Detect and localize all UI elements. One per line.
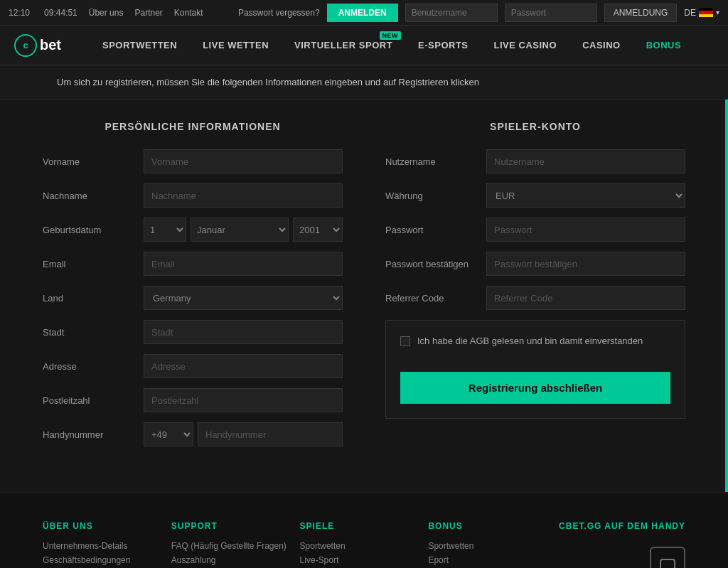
phone-row: Handynummer +49 <box>43 422 343 446</box>
form-wrapper: PERSÖNLICHE INFORMATIONEN Vorname Nachna… <box>0 100 728 492</box>
main-nav: SPORTWETTEN LIVE WETTEN VIRTUELLER SPORT… <box>90 26 714 65</box>
agb-text: Ich habe die AGB gelesen und bin damit e… <box>417 335 643 348</box>
land-label: Land <box>43 293 135 304</box>
vorname-row: Vorname <box>43 149 343 173</box>
nav-sportwetten[interactable]: SPORTWETTEN <box>90 26 190 65</box>
footer-col-bonus-title: BONUS <box>428 521 557 531</box>
mobile-phone-icon <box>650 547 685 568</box>
nachname-input[interactable] <box>144 183 343 208</box>
nav-esports[interactable]: E-SPORTS <box>405 26 481 65</box>
land-select[interactable]: GermanyAustriaSwitzerland <box>144 286 343 310</box>
top-bar: 12:10 09:44:51 Über uns Partner Kontakt … <box>0 0 728 26</box>
footer-link-faq[interactable]: FAQ (Häufig Gestellte Fragen) <box>171 541 300 551</box>
svg-rect-0 <box>660 559 675 568</box>
birthdate-year-select[interactable]: 2001200019991998 <box>293 218 343 242</box>
vorname-label: Vorname <box>43 156 135 167</box>
referrer-input[interactable] <box>486 286 685 310</box>
anmeldung-button[interactable]: ANMELDUNG <box>604 4 678 22</box>
main-content: Um sich zu registrieren, müssen Sie die … <box>0 65 728 492</box>
footer-col-uber-uns-title: ÜBER UNS <box>43 521 171 531</box>
personal-section-title: PERSÖNLICHE INFORMATIONEN <box>43 121 343 132</box>
personal-section: PERSÖNLICHE INFORMATIONEN Vorname Nachna… <box>43 121 343 456</box>
waehrung-row: Währung EURUSDGBP <box>385 183 685 208</box>
nav-live-casino[interactable]: LIVE CASINO <box>481 26 570 65</box>
footer-col-support: SUPPORT FAQ (Häufig Gestellte Fragen) Au… <box>171 521 300 568</box>
username-input[interactable] <box>405 4 498 22</box>
passwort-label: Passwort <box>385 225 478 235</box>
passwort-input[interactable] <box>486 218 685 242</box>
lang-label: DE <box>684 8 696 18</box>
nav-live-wetten[interactable]: LIVE WETTEN <box>190 26 282 65</box>
passwort-confirm-label: Passwort bestätigen <box>385 259 478 269</box>
form-sections: PERSÖNLICHE INFORMATIONEN Vorname Nachna… <box>43 121 685 456</box>
nav-bonus[interactable]: BONUS <box>633 26 694 65</box>
adresse-label: Adresse <box>43 361 135 372</box>
register-button[interactable]: Registrierung abschließen <box>400 372 670 404</box>
nav-uber-uns[interactable]: Über uns <box>89 8 124 18</box>
footer-link-geschaeft[interactable]: Geschäftsbedingungen <box>43 555 171 565</box>
account-section: SPIELER-KONTO Nutzername Währung EURUSDG… <box>385 121 685 456</box>
email-label: Email <box>43 259 135 269</box>
nav-partner[interactable]: Partner <box>134 8 162 18</box>
waehrung-select[interactable]: EURUSDGBP <box>486 183 685 208</box>
adresse-row: Adresse <box>43 354 343 378</box>
time-display: 12:10 <box>9 8 30 18</box>
nav-casino[interactable]: CASINO <box>569 26 633 65</box>
birthdate-day-select[interactable]: 1 <box>144 218 186 242</box>
logo-icon: c <box>14 34 37 57</box>
logo-letter: c <box>23 40 28 50</box>
nutzername-input[interactable] <box>486 149 685 173</box>
birthdate-row: Geburtsdatum 1 JanuarFebruarMärzApril Ma… <box>43 218 343 242</box>
nav-kontakt[interactable]: Kontakt <box>174 8 203 18</box>
adresse-input[interactable] <box>144 354 343 378</box>
language-selector[interactable]: DE ▾ <box>684 8 719 18</box>
clock-display: 09:44:51 <box>44 8 77 18</box>
password-input[interactable] <box>505 4 597 22</box>
nav-virtueller-sport[interactable]: VIRTUELLER SPORT NEW <box>282 26 405 65</box>
birthdate-month-select[interactable]: JanuarFebruarMärzApril MaiJuniJuliAugust… <box>191 218 289 242</box>
nav-bar: c bet SPORTWETTEN LIVE WETTEN VIRTUELLER… <box>0 26 728 65</box>
stadt-input[interactable] <box>144 320 343 344</box>
referrer-label: Referrer Code <box>385 293 478 304</box>
waehrung-label: Währung <box>385 191 478 201</box>
nutzername-row: Nutzername <box>385 149 685 173</box>
footer-link-unternehmens[interactable]: Unternehmens-Details <box>43 541 171 551</box>
footer-link-eport-b[interactable]: Eport <box>428 555 557 565</box>
postleitzahl-input[interactable] <box>144 388 343 412</box>
land-row: Land GermanyAustriaSwitzerland <box>43 286 343 310</box>
email-input[interactable] <box>144 252 343 276</box>
phone-label: Handynummer <box>43 429 135 440</box>
phone-input[interactable] <box>198 422 343 446</box>
vorname-input[interactable] <box>144 149 343 173</box>
footer-col-support-title: SUPPORT <box>171 521 300 531</box>
stadt-label: Stadt <box>43 327 135 338</box>
agb-checkbox[interactable] <box>400 336 410 346</box>
footer-link-sportwetten-s[interactable]: Sportwetten <box>300 541 429 551</box>
footer-top: ÜBER UNS Unternehmens-Details Geschäftsb… <box>43 521 685 568</box>
top-bar-right: Passwort vergessen? ANMELDEN ANMELDUNG D… <box>238 4 719 22</box>
passwort-row: Passwort <box>385 218 685 242</box>
footer-link-auszahlung[interactable]: Auszahlung <box>171 555 300 565</box>
top-bar-left: 12:10 09:44:51 Über uns Partner Kontakt <box>9 8 203 18</box>
agb-box: Ich habe die AGB gelesen und bin damit e… <box>385 320 685 419</box>
footer-col-mobile: Cbet.gg auf dem Handy <box>557 521 685 568</box>
register-info: Um sich zu registrieren, müssen Sie die … <box>0 65 728 100</box>
stadt-row: Stadt <box>43 320 343 344</box>
passwort-confirm-row: Passwort bestätigen <box>385 252 685 276</box>
account-section-title: SPIELER-KONTO <box>385 121 685 132</box>
phone-prefix-select[interactable]: +49 <box>144 422 193 446</box>
footer-col-uber-uns: ÜBER UNS Unternehmens-Details Geschäftsb… <box>43 521 171 568</box>
postleitzahl-row: Postleitzahl <box>43 388 343 412</box>
green-side-bar <box>725 100 728 492</box>
passwort-confirm-input[interactable] <box>486 252 685 276</box>
footer-link-sportwetten-b[interactable]: Sportwetten <box>428 541 557 551</box>
login-button[interactable]: ANMELDEN <box>327 4 398 22</box>
chevron-down-icon: ▾ <box>716 9 719 16</box>
nachname-row: Nachname <box>43 183 343 208</box>
forgot-password-link[interactable]: Passwort vergessen? <box>238 8 320 18</box>
logo[interactable]: c bet <box>14 34 61 57</box>
birthdate-selects: 1 JanuarFebruarMärzApril MaiJuniJuliAugu… <box>144 218 343 242</box>
agb-row: Ich habe die AGB gelesen und bin damit e… <box>400 335 670 348</box>
footer-col-spiele-title: SPIELE <box>300 521 429 531</box>
footer-link-live-sport[interactable]: Live-Sport <box>300 555 429 565</box>
